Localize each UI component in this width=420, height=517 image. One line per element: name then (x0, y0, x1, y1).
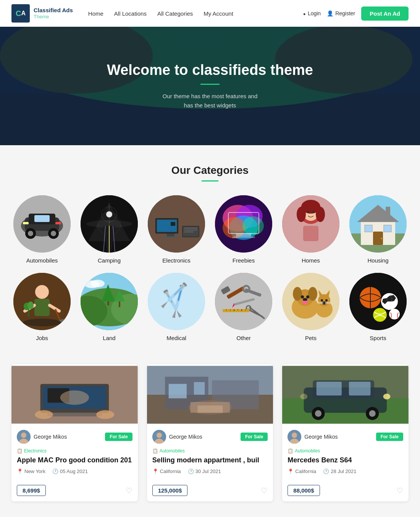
listing-title-0: Apple MAC Pro good condition 201 (17, 456, 132, 465)
svg-point-83 (91, 280, 105, 287)
category-label-other: Other (236, 335, 251, 341)
category-housing[interactable]: Housing (347, 195, 409, 264)
listing-body-0: 📋 Electronics Apple MAC Pro good conditi… (11, 444, 138, 485)
svg-point-7 (51, 231, 56, 236)
listing-meta-1: George Mikos For Sale (147, 425, 273, 444)
category-circle-freebies (215, 195, 272, 253)
category-other[interactable]: Other (213, 273, 274, 341)
category-camping[interactable]: Camping (79, 195, 140, 264)
category-circle-pets (282, 273, 339, 330)
listing-date-0: 🕐 05 Aug 2021 (52, 468, 88, 474)
svg-rect-31 (184, 232, 194, 232)
nav-categories[interactable]: All Categories (157, 10, 193, 17)
svg-point-5 (28, 231, 33, 236)
location-icon-0: 📍 (17, 468, 23, 474)
svg-point-39 (242, 216, 264, 235)
category-homes[interactable]: Homes (280, 195, 341, 264)
logo-text: Classified Ads Theme (34, 7, 73, 19)
listing-badge-2: For Sale (376, 433, 403, 441)
category-freebies[interactable]: Freebies (213, 195, 274, 264)
listing-wishlist-1[interactable]: ♡ (261, 486, 268, 495)
listing-footer-2: 88,000$ ♡ (282, 485, 409, 501)
svg-rect-30 (184, 230, 197, 230)
listing-location-0: 📍 New York (17, 468, 45, 474)
register-button[interactable]: 👤 Register (327, 10, 355, 16)
listing-details-1: 📍 California 🕐 30 Jul 2021 (152, 468, 268, 474)
svg-point-182 (300, 394, 308, 399)
category-circle-other (215, 273, 272, 330)
listing-footer-0: 8,699$ ♡ (11, 485, 138, 501)
listing-user-1: George Mikos (152, 430, 202, 444)
svg-point-180 (369, 410, 376, 417)
svg-point-178 (315, 410, 321, 417)
svg-rect-61 (386, 207, 390, 218)
svg-rect-29 (184, 228, 197, 229)
svg-rect-57 (365, 225, 372, 232)
site-logo[interactable]: CA Classified Ads Theme (11, 4, 73, 23)
svg-rect-33 (171, 222, 175, 226)
listing-price-1: 125,000$ (152, 485, 188, 496)
logo-sub: Theme (34, 14, 73, 19)
location-icon-2: 📍 (288, 468, 294, 474)
navbar-right: ⬥ Login 👤 Register Post An Ad (303, 6, 409, 21)
nav-account[interactable]: My Account (204, 10, 233, 17)
svg-point-133 (322, 301, 326, 305)
listing-date-2: 🕐 28 Jul 2021 (323, 468, 356, 474)
svg-point-145 (373, 308, 387, 322)
svg-point-122 (301, 295, 304, 298)
category-label-medical: Medical (166, 335, 186, 341)
nav-home[interactable]: Home (88, 10, 103, 17)
listing-price-2: 88,000$ (288, 485, 320, 496)
category-circle-jobs (13, 273, 71, 330)
listing-body-2: 📋 Automobiles Mercedes Benz S64 📍 Califo… (282, 444, 409, 485)
listing-card-0: George Mikos For Sale 📋 Electronics Appl… (11, 364, 138, 501)
listing-user-2: George Mikos (288, 430, 338, 444)
date-icon-0: 🕐 (52, 468, 58, 474)
category-circle-camping (81, 195, 138, 253)
nav-locations[interactable]: All Locations (114, 10, 147, 17)
category-pets[interactable]: Pets (280, 273, 341, 341)
svg-point-72 (27, 301, 34, 309)
category-icon-1: 📋 (152, 448, 158, 454)
listing-wishlist-0[interactable]: ♡ (126, 486, 132, 495)
svg-point-126 (303, 301, 307, 305)
listing-card-2: George Mikos For Sale 📋 Automobiles Merc… (282, 364, 409, 501)
category-circle-housing (349, 195, 407, 253)
category-label-camping: Camping (98, 257, 121, 264)
listing-date-1: 🕐 30 Jul 2021 (188, 468, 221, 474)
date-icon-2: 🕐 (323, 468, 329, 474)
listing-image-2 (282, 364, 409, 425)
svg-rect-150 (47, 413, 102, 416)
listing-location-2: 📍 California (288, 468, 316, 474)
user-avatar-0 (17, 430, 31, 444)
listing-title-1: Selling modern appartment , buil (152, 456, 268, 465)
svg-rect-167 (197, 405, 223, 413)
svg-point-155 (96, 410, 114, 419)
post-ad-button[interactable]: Post An Ad (361, 6, 409, 21)
hero-title: Welcome to classifieds theme (107, 62, 313, 78)
category-automobiles[interactable]: Automobiles (11, 195, 73, 264)
svg-rect-64 (34, 299, 50, 316)
listing-wishlist-2[interactable]: ♡ (396, 486, 403, 495)
category-label-electronics: Electronics (162, 257, 190, 264)
category-label-homes: Homes (302, 257, 320, 264)
svg-rect-175 (317, 382, 342, 395)
listing-badge-1: For Sale (241, 433, 268, 441)
category-land[interactable]: Land (79, 273, 140, 341)
category-electronics[interactable]: Electronics (146, 195, 207, 264)
hero-subtitle: Our theme has the most features and has … (163, 92, 257, 110)
category-circle-electronics (148, 195, 205, 253)
svg-rect-9 (23, 222, 29, 224)
listings-section: George Mikos For Sale 📋 Electronics Appl… (0, 353, 420, 517)
category-jobs[interactable]: Jobs (11, 273, 73, 341)
svg-rect-25 (167, 233, 174, 237)
svg-point-123 (306, 295, 309, 298)
category-medical[interactable]: Medical (146, 273, 207, 341)
hero-section: Welcome to classifieds theme Our theme h… (0, 27, 420, 145)
svg-point-169 (157, 433, 162, 438)
svg-rect-8 (34, 215, 50, 222)
category-sports[interactable]: Sports (347, 273, 409, 341)
login-button[interactable]: ⬥ Login (303, 10, 321, 16)
listing-title-2: Mercedes Benz S64 (288, 456, 403, 465)
listings-grid: George Mikos For Sale 📋 Electronics Appl… (11, 364, 409, 501)
